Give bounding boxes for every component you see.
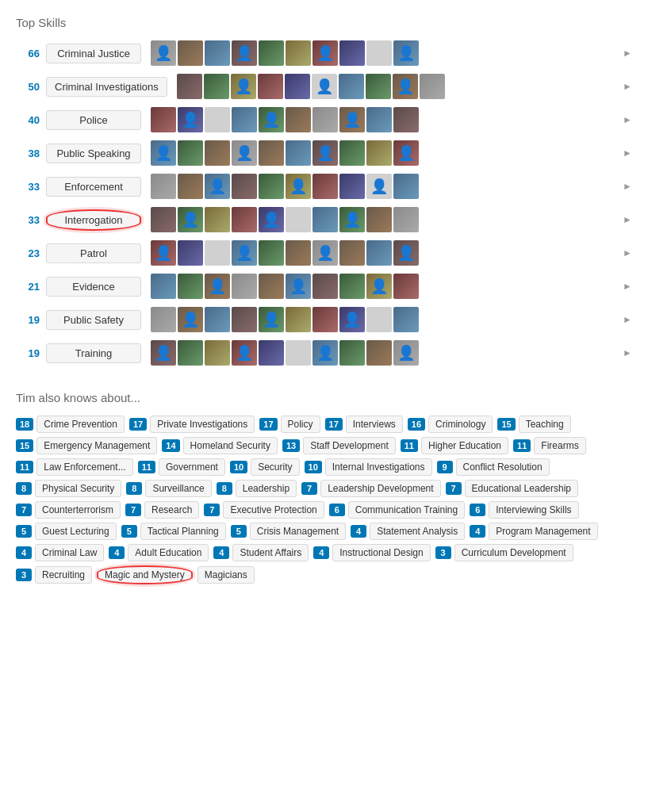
skill-name-button[interactable]: Enforcement bbox=[46, 177, 141, 197]
avatar[interactable]: 👤 bbox=[339, 207, 365, 232]
tag-label[interactable]: Policy bbox=[281, 416, 320, 433]
avatar[interactable] bbox=[259, 40, 284, 66]
avatar[interactable]: 👤 bbox=[232, 340, 257, 366]
avatar[interactable] bbox=[286, 207, 311, 232]
skill-name-button[interactable]: Public Speaking bbox=[46, 144, 141, 163]
skill-name-button[interactable]: Police bbox=[46, 110, 141, 130]
avatar[interactable]: 👤 bbox=[286, 274, 311, 299]
tag-label[interactable]: Magic and Mystery bbox=[97, 565, 193, 584]
avatar[interactable] bbox=[259, 274, 284, 299]
skill-name-button[interactable]: Interrogation bbox=[46, 209, 141, 231]
avatar[interactable] bbox=[366, 240, 392, 266]
avatar[interactable] bbox=[205, 40, 230, 66]
avatar[interactable] bbox=[151, 174, 176, 199]
avatar[interactable] bbox=[286, 107, 311, 132]
avatar[interactable]: 👤 bbox=[312, 140, 338, 166]
avatar[interactable] bbox=[366, 307, 392, 332]
skill-name-button[interactable]: Patrol bbox=[46, 243, 141, 263]
avatar[interactable] bbox=[339, 74, 364, 99]
avatar[interactable]: 👤 bbox=[339, 307, 365, 332]
tag-label[interactable]: Curriculum Development bbox=[454, 544, 573, 561]
avatar[interactable]: 👤 bbox=[339, 107, 365, 132]
tag-label[interactable]: Staff Development bbox=[303, 437, 396, 454]
avatar[interactable] bbox=[339, 140, 365, 166]
avatar[interactable] bbox=[258, 74, 283, 99]
avatar[interactable] bbox=[393, 307, 419, 332]
tag-label[interactable]: Adult Education bbox=[128, 544, 209, 561]
avatar[interactable]: 👤 bbox=[151, 340, 176, 366]
tag-label[interactable]: Interviewing Skills bbox=[489, 501, 578, 519]
avatar[interactable] bbox=[232, 207, 257, 232]
avatar[interactable] bbox=[393, 107, 419, 132]
avatar[interactable]: 👤 bbox=[366, 274, 392, 299]
avatar[interactable] bbox=[259, 174, 284, 199]
tag-label[interactable]: Instructional Design bbox=[332, 544, 430, 561]
avatar[interactable]: 👤 bbox=[231, 74, 256, 99]
avatar[interactable] bbox=[232, 107, 257, 132]
avatar[interactable]: 👤 bbox=[393, 240, 419, 266]
tag-label[interactable]: Executive Protection bbox=[223, 501, 324, 519]
avatar[interactable] bbox=[259, 340, 284, 366]
avatar[interactable] bbox=[178, 140, 203, 166]
avatar[interactable]: 👤 bbox=[151, 40, 176, 66]
chevron-right-icon[interactable]: ► bbox=[623, 214, 632, 225]
avatar[interactable] bbox=[393, 207, 419, 232]
avatar[interactable]: 👤 bbox=[232, 40, 257, 66]
tag-label[interactable]: Government bbox=[159, 458, 225, 476]
avatar[interactable]: 👤 bbox=[312, 340, 338, 366]
chevron-right-icon[interactable]: ► bbox=[623, 281, 632, 292]
chevron-right-icon[interactable]: ► bbox=[623, 314, 632, 325]
avatar[interactable] bbox=[312, 107, 338, 132]
avatar[interactable] bbox=[286, 40, 311, 66]
tag-label[interactable]: Program Management bbox=[489, 523, 597, 540]
avatar[interactable] bbox=[286, 140, 311, 166]
avatar[interactable] bbox=[151, 207, 176, 232]
avatar[interactable] bbox=[285, 74, 310, 99]
avatar[interactable] bbox=[339, 174, 365, 199]
tag-label[interactable]: Statement Analysis bbox=[370, 523, 465, 540]
tag-label[interactable]: Physical Security bbox=[35, 480, 121, 497]
avatar[interactable] bbox=[205, 340, 230, 366]
skill-name-button[interactable]: Public Safety bbox=[46, 310, 141, 330]
avatar[interactable] bbox=[366, 40, 392, 66]
avatar[interactable] bbox=[204, 74, 229, 99]
avatar[interactable] bbox=[393, 274, 419, 299]
avatar[interactable] bbox=[312, 174, 338, 199]
chevron-right-icon[interactable]: ► bbox=[623, 181, 632, 192]
avatar[interactable]: 👤 bbox=[232, 140, 257, 166]
avatar[interactable] bbox=[205, 140, 230, 166]
tag-label[interactable]: Security bbox=[251, 458, 299, 476]
tag-label[interactable]: Surveillance bbox=[145, 480, 211, 497]
avatar[interactable] bbox=[151, 107, 176, 132]
avatar[interactable]: 👤 bbox=[312, 40, 338, 66]
skill-name-button[interactable]: Evidence bbox=[46, 277, 141, 297]
avatar[interactable] bbox=[178, 40, 203, 66]
avatar[interactable] bbox=[178, 240, 203, 266]
avatar[interactable] bbox=[366, 140, 392, 166]
avatar[interactable] bbox=[366, 340, 392, 366]
tag-label[interactable]: Higher Education bbox=[421, 437, 508, 454]
tag-label[interactable]: Leadership bbox=[236, 480, 297, 497]
tag-label[interactable]: Research bbox=[144, 501, 199, 519]
avatar[interactable]: 👤 bbox=[178, 307, 203, 332]
avatar[interactable]: 👤 bbox=[259, 307, 284, 332]
avatar[interactable]: 👤 bbox=[393, 74, 418, 99]
tag-label[interactable]: Criminology bbox=[428, 416, 493, 433]
avatar[interactable] bbox=[286, 307, 311, 332]
chevron-right-icon[interactable]: ► bbox=[623, 247, 632, 259]
avatar[interactable] bbox=[312, 274, 338, 299]
avatar[interactable] bbox=[286, 240, 311, 266]
avatar[interactable] bbox=[339, 340, 365, 366]
avatar[interactable] bbox=[312, 307, 338, 332]
avatar[interactable] bbox=[205, 307, 230, 332]
tag-label[interactable]: Crime Prevention bbox=[36, 416, 125, 433]
tag-label[interactable]: Leadership Development bbox=[320, 480, 440, 497]
tag-label[interactable]: Law Enforcement... bbox=[36, 458, 132, 476]
avatar[interactable] bbox=[393, 174, 419, 199]
avatar[interactable]: 👤 bbox=[178, 107, 203, 132]
tag-label[interactable]: Communication Training bbox=[348, 501, 465, 519]
tag-label[interactable]: Emergency Management bbox=[36, 437, 157, 454]
avatar[interactable]: 👤 bbox=[366, 174, 392, 199]
tag-label[interactable]: Internal Investigations bbox=[325, 458, 432, 476]
avatar[interactable] bbox=[178, 274, 203, 299]
